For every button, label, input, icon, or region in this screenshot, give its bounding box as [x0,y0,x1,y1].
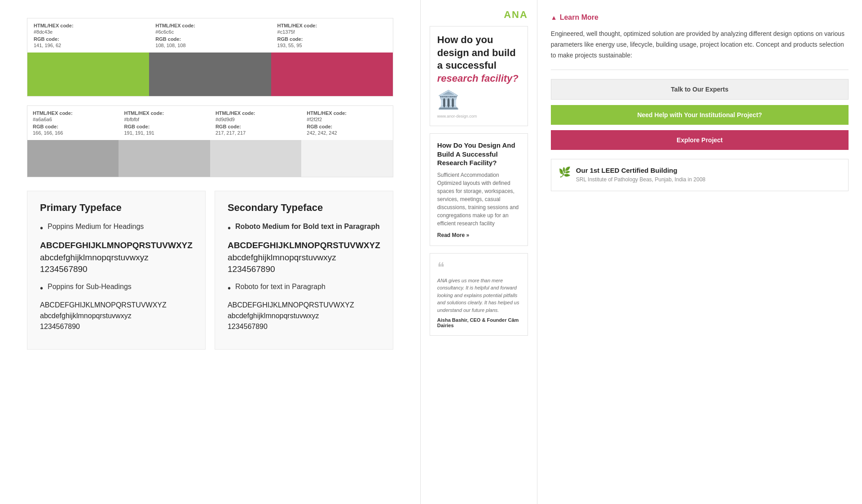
primary-sub-alphabet-display: ABCDEFGHIJKLMNOPQRSTUVWXYZ abcdefghijklm… [40,300,193,332]
swatch-crimson-rgb-label: RGB code: [277,36,387,42]
swatch-green-color [27,53,149,96]
facility-icon: 🏛️ [437,89,520,110]
primary-alpha-nums: 1234567890 [40,263,193,276]
swatch-green: HTML/HEX code: #8dc43e RGB code: 141, 19… [27,18,149,96]
learn-more-arrow-icon: ▲ [551,14,557,21]
need-help-button[interactable]: Need Help with Your Institutional Projec… [551,105,849,125]
leed-icon: 🌿 [559,167,571,178]
bullet-icon-4: • [228,282,231,294]
primary-typeface-item-1: • Poppins Medium for Headings [40,222,193,234]
divider [551,70,849,70]
secondary-alpha-upper: ABCDEFGHIJKLMNOPQRSTUVWXYZ [228,240,380,252]
primary-typeface-item-2: • Poppins for Sub-Headings [40,282,193,294]
swatch-gray-rgb: 108, 108, 108 [155,43,264,48]
swatch-crimson-html-label: HTML/HEX code: [277,23,387,28]
primary-typeface-title: Primary Typeface [40,202,193,214]
second-card: How Do You Design And Build A Successful… [430,133,528,246]
primary-sub-alpha-lower: abcdefghijklmnopqrstuvwxyz [40,311,193,321]
second-card-title: How Do You Design And Build A Successful… [437,141,520,167]
middle-panel: ANA How do you design and build a succes… [420,0,537,504]
primary-alphabet-display: ABCDEFGHIJKLMNOPQRSTUVWXYZ abcdefghijklm… [40,240,193,276]
primary-typeface-card: Primary Typeface • Poppins Medium for He… [27,191,206,350]
swatch-crimson-hex: #c1375f [277,29,387,35]
secondary-alphabet-display: ABCDEFGHIJKLMNOPQRSTUVWXYZ abcdefghijklm… [228,240,380,276]
swatch-gray-html-label: HTML/HEX code: [155,23,264,28]
color-row-top: HTML/HEX code: #8dc43e RGB code: 141, 19… [27,18,393,96]
secondary-typeface-item-2: • Roboto for text in Paragraph [228,282,380,294]
quote-author: Aisha Bashir, CEO & Founder Câm Dairies [437,317,520,328]
swatch-crimson-color [271,53,393,96]
explore-project-button[interactable]: Explore Project [551,130,849,150]
facility-heading-plain: How do you design and build a successful [437,34,516,71]
secondary-alpha-lower: abcdefghijklmnopqrstuvwxyz [228,252,380,264]
swatch-f2: HTML/HEX code: #f2f2f2 RGB code: 242, 24… [301,106,392,177]
swatch-d9-color [210,140,301,177]
leed-title: Our 1st LEED Certified Building [576,167,705,174]
bullet-icon-3: • [228,222,231,234]
secondary-typeface-name-2: Roboto for text in Paragraph [235,282,325,292]
swatch-green-rgb: 141, 196, 62 [34,43,143,48]
left-panel: HTML/HEX code: #8dc43e RGB code: 141, 19… [0,0,420,504]
secondary-typeface-name-1: Roboto Medium for Bold text in Paragraph [235,222,380,232]
leed-content: Our 1st LEED Certified Building SRL Inst… [576,167,705,184]
facility-heading: How do you design and build a successful… [437,34,520,85]
secondary-sub-alpha-nums: 1234567890 [228,321,380,332]
color-row-bottom: HTML/HEX code: #a6a6a6 RGB code: 166, 16… [27,105,393,177]
quote-card: ❝ ANA gives us more than mere consultanc… [430,253,528,336]
swatch-gray: HTML/HEX code: #6c6c6c RGB code: 108, 10… [149,18,271,96]
primary-typeface-name-1: Poppins Medium for Headings [48,222,144,232]
swatch-green-hex: #8dc43e [34,29,143,35]
swatch-gray-color [149,53,271,96]
swatch-a6-color [27,140,119,177]
swatch-green-html-label: HTML/HEX code: [34,23,143,28]
secondary-sub-alpha-upper: ABCDEFGHIJKLMNOPQRSTUVWXYZ [228,300,380,311]
facility-heading-card: How do you design and build a successful… [430,26,528,126]
primary-alpha-upper: ABCDEFGHIJKLMNOPQRSTUVWXYZ [40,240,193,252]
quote-mark-icon: ❝ [437,261,520,274]
leed-card: 🌿 Our 1st LEED Certified Building SRL In… [551,159,849,191]
primary-sub-alpha-nums: 1234567890 [40,321,193,332]
swatch-gray-hex: #6c6c6c [155,29,264,35]
primary-alpha-lower: abcdefghijklmnopqrstuvwxyz [40,252,193,264]
secondary-sub-alphabet-display: ABCDEFGHIJKLMNOPQRSTUVWXYZ abcdefghijklm… [228,300,380,332]
learn-more-body: Engineered, well thought, optimized solu… [551,29,849,61]
facility-website: www.anor-design.com [437,114,520,118]
secondary-sub-alpha-lower: abcdefghijklmnopqrstuvwxyz [228,311,380,321]
secondary-alpha-nums: 1234567890 [228,263,380,276]
right-panel: ▲ Learn More Engineered, well thought, o… [537,0,862,504]
primary-sub-alpha-upper: ABCDEFGHIJKLMNOPQRSTUVWXYZ [40,300,193,311]
leed-subtitle: SRL Institute of Pathology Beas, Punjab,… [576,176,705,184]
ana-logo: ANA [430,9,528,21]
talk-to-experts-button[interactable]: Talk to Our Experts [551,79,849,100]
swatch-gray-rgb-label: RGB code: [155,36,264,42]
swatch-crimson: HTML/HEX code: #c1375f RGB code: 193, 55… [271,18,393,96]
bullet-icon-2: • [40,282,43,294]
bullet-icon: • [40,222,43,234]
page-wrapper: HTML/HEX code: #8dc43e RGB code: 141, 19… [0,0,862,504]
read-more-link[interactable]: Read More » [437,232,520,238]
facility-heading-highlight: research facility? [437,73,519,84]
secondary-typeface-title: Secondary Typeface [228,202,380,214]
swatch-green-rgb-label: RGB code: [34,36,143,42]
swatch-f2-color [301,140,392,177]
swatch-d9: HTML/HEX code: #d9d9d9 RGB code: 217, 21… [210,106,301,177]
ana-logo-text: ANA [504,9,528,20]
primary-typeface-name-2: Poppins for Sub-Headings [48,282,132,292]
secondary-typeface-item-1: • Roboto Medium for Bold text in Paragra… [228,222,380,234]
secondary-typeface-card: Secondary Typeface • Roboto Medium for B… [215,191,393,350]
swatch-bf-color [119,140,210,177]
typeface-section: Primary Typeface • Poppins Medium for He… [27,191,393,350]
swatch-a6: HTML/HEX code: #a6a6a6 RGB code: 166, 16… [27,106,119,177]
swatch-bf: HTML/HEX code: #bfbfbf RGB code: 191, 19… [119,106,210,177]
quote-text: ANA gives us more than mere consultancy.… [437,277,520,314]
swatch-crimson-rgb: 193, 55, 95 [277,43,387,48]
second-card-body: Sufficient Accommodation Optimized layou… [437,171,520,228]
learn-more-label: Learn More [560,13,598,22]
learn-more-header: ▲ Learn More [551,13,849,22]
